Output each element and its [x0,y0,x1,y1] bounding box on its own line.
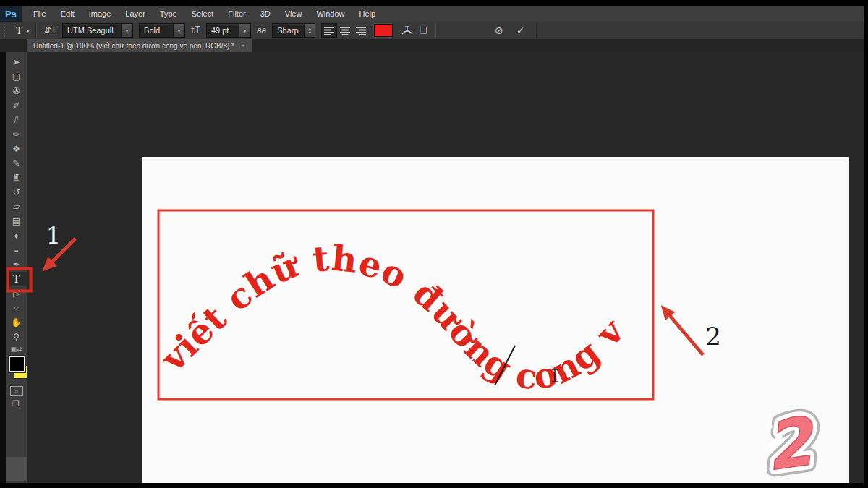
clone-stamp-icon: ♜ [12,174,20,182]
quick-mask-icon[interactable]: ○ [10,386,23,396]
top-edge [0,0,868,6]
foreground-color-swatch[interactable] [9,356,25,372]
ellipse-shape-icon: ○ [14,305,19,312]
pasteboard [27,52,864,483]
blur-icon: ♦ [14,231,18,240]
tool-preset-dropdown-icon[interactable]: ▾ [25,23,31,38]
crop-icon: # [14,116,19,124]
menu-image[interactable]: Image [82,6,119,22]
align-left-button[interactable] [321,23,337,38]
tool-type[interactable]: T [6,272,27,286]
gradient-icon: ▤ [12,217,20,226]
document-tab[interactable]: Untitled-1 @ 100% (viết chữ theo đườn co… [27,39,252,52]
menu-help[interactable]: Help [352,6,383,22]
menu-select[interactable]: Select [184,6,221,22]
tool-history-brush[interactable]: ↺ [6,185,27,200]
screen-mode-icon[interactable]: ❐ [8,399,24,408]
commit-edits-button[interactable]: ✓ [510,25,532,36]
close-icon[interactable]: × [241,42,245,50]
tool-path-selection[interactable]: ▷ [6,286,27,301]
align-center-icon [339,25,351,35]
font-size-select[interactable]: 49 pt ▾ [206,23,251,38]
tool-rectangular-marquee[interactable]: ▢ [6,69,27,84]
font-size-value: 49 pt [207,24,239,37]
tool-eyedropper[interactable]: ✑ [6,127,27,142]
tool-blur[interactable]: ♦ [6,228,27,243]
grip-handle[interactable] [4,24,9,37]
type-tool-options-bar: T ▾ ⇵T UTM Seagull ▾ Bold ▾ tT 49 pt ▾ a… [0,22,864,40]
menu-layer[interactable]: Layer [118,6,153,22]
spinner-arrows-icon[interactable]: ▴ ▾ [304,24,315,37]
menu-bar: Ps File Edit Image Layer Type Select Fil… [0,6,864,22]
separator [536,23,537,38]
anti-alias-value: Sharp [273,24,304,37]
tool-quick-selection[interactable]: ✐ [6,98,27,113]
eraser-icon: ▱ [13,202,20,211]
align-left-icon [323,25,335,35]
tool-gradient[interactable]: ▤ [6,214,27,228]
history-brush-icon: ↺ [12,188,20,197]
tool-lasso[interactable]: ✇ [6,84,27,98]
menu-filter[interactable]: Filter [221,6,252,22]
spot-healing-icon: ❖ [12,145,20,153]
tools-panel: ➤ ▢ ✇ ✐ # ✑ ❖ ✎ ♜ ↺ ▱ ▤ ♦ ◒ ✒ T ▷ ○ ✋ ⚲ [6,52,27,483]
tool-pen[interactable]: ✒ [6,257,27,272]
menu-edit[interactable]: Edit [54,6,82,22]
left-edge [0,52,6,483]
tool-spot-healing[interactable]: ❖ [6,142,27,156]
tool-clone-stamp[interactable]: ♜ [6,171,27,185]
cancel-edits-button[interactable]: ⊘ [488,25,510,36]
separator [435,23,436,38]
toggle-panels-icon[interactable]: ❏ [417,23,430,38]
chevron-down-icon[interactable]: ▾ [239,24,250,37]
tool-crop[interactable]: # [6,113,27,127]
move-icon: ➤ [12,58,20,67]
eyedropper-icon: ✑ [12,130,20,139]
align-center-button[interactable] [337,23,353,38]
font-style-value: Bold [140,24,173,37]
tool-brush[interactable]: ✎ [6,156,27,171]
menu-view[interactable]: View [278,6,310,22]
font-family-value: UTM Seagull [63,24,121,37]
toolbar-footer [6,457,27,481]
align-right-button[interactable] [353,23,369,38]
svg-text:T: T [405,25,409,33]
right-edge [864,0,868,488]
document-title: Untitled-1 @ 100% (viết chữ theo đườn co… [33,42,234,50]
menu-file[interactable]: File [26,6,54,22]
type-tool-preview-icon[interactable]: T [13,23,25,38]
anti-alias-select[interactable]: Sharp ▴ ▾ [272,23,315,38]
separator [35,23,37,38]
font-family-select[interactable]: UTM Seagull ▾ [62,23,133,38]
color-swatches [6,356,27,383]
chevron-down-icon[interactable]: ▾ [173,24,184,37]
text-orientation-icon[interactable]: ⇵T [41,23,59,38]
tool-move[interactable]: ➤ [6,55,27,69]
bottom-edge [0,483,868,488]
font-size-icon: tT [188,23,203,38]
zoom-icon: ⚲ [13,333,20,341]
dodge-icon: ◒ [14,246,19,254]
warp-text-icon[interactable]: T [398,23,417,38]
document-tab-bar: Untitled-1 @ 100% (viết chữ theo đườn co… [0,39,864,53]
menu-window[interactable]: Window [309,6,352,22]
hand-icon: ✋ [11,318,22,327]
tool-ellipse-shape[interactable]: ○ [6,301,27,315]
align-right-icon [355,25,367,35]
tool-hand[interactable]: ✋ [6,315,27,330]
document-canvas[interactable] [142,157,849,488]
marquee-icon: ▢ [12,72,20,81]
path-selection-icon: ▷ [13,289,20,298]
font-style-select[interactable]: Bold ▾ [139,23,185,38]
tool-dodge[interactable]: ◒ [6,243,27,257]
text-color-swatch[interactable] [374,24,393,37]
anti-alias-icon: aa [254,23,269,38]
type-tool-icon: T [13,274,20,284]
chevron-down-icon[interactable]: ▾ [121,24,132,37]
tool-eraser[interactable]: ▱ [6,200,27,214]
menu-type[interactable]: Type [153,6,184,22]
brush-icon: ✎ [12,159,20,168]
menu-3d[interactable]: 3D [253,6,278,22]
swap-colors-icon[interactable]: ▣⇄ [6,346,27,353]
tool-zoom[interactable]: ⚲ [6,330,27,344]
